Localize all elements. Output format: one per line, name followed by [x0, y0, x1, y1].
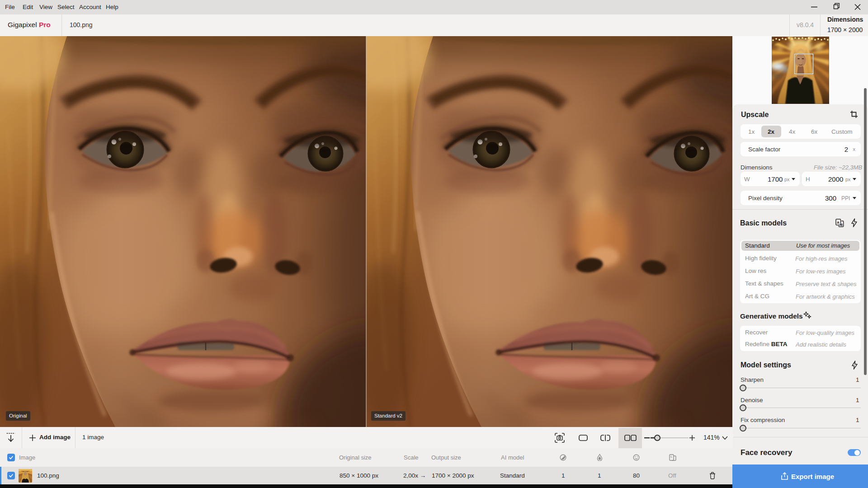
svg-text:A: A [837, 221, 840, 225]
svg-text:B: B [840, 223, 843, 226]
